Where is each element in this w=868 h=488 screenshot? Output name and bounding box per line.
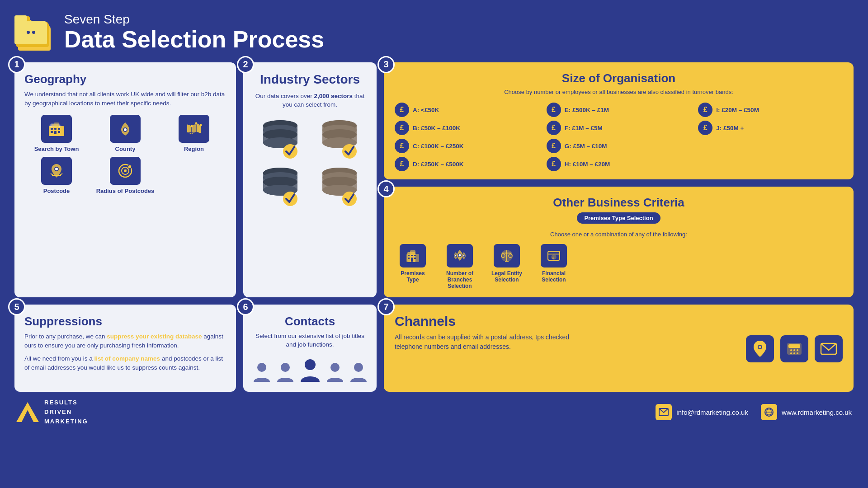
svg-point-29	[124, 169, 127, 172]
size-f: £ F: £1M – £5M	[547, 121, 691, 135]
email-channel-icon	[815, 335, 843, 362]
svg-point-78	[455, 255, 457, 257]
svg-rect-72	[411, 258, 413, 262]
other-icons: Premises Type	[395, 244, 843, 289]
person-3-highlighted	[299, 357, 321, 384]
svg-rect-8	[54, 128, 57, 130]
svg-rect-71	[414, 258, 416, 259]
pound-icon-d: £	[395, 157, 409, 171]
geography-icons: Search by Town County	[24, 115, 226, 194]
step5-badge: 5	[8, 298, 25, 315]
svg-point-47	[342, 144, 357, 159]
county-icon	[110, 115, 141, 143]
svg-rect-70	[408, 258, 410, 259]
size-c: £ C: £100K – £250K	[395, 139, 539, 153]
size-grid: £ A: <£50K £ E: £500K – £1M £ I: £20M – …	[395, 103, 843, 171]
svg-point-102	[797, 349, 798, 351]
header-subtitle: Seven Step	[64, 13, 324, 27]
financial-label: Financial Selection	[536, 270, 572, 283]
person-1	[252, 361, 272, 384]
svg-point-23	[55, 168, 58, 170]
channels-content: Channels All records can be supplied wit…	[395, 314, 737, 384]
radius-label: Radius of Postcodes	[96, 188, 155, 194]
pound-icon-a: £	[395, 103, 409, 117]
size-g: £ G: £5M – £10M	[547, 139, 691, 153]
svg-point-91	[257, 363, 266, 372]
branches-icon	[447, 244, 473, 267]
svg-point-100	[790, 349, 792, 351]
footer: RESULTS DRIVEN MARKETING info@rdmarketin…	[14, 398, 854, 426]
geo-county: County	[93, 115, 157, 152]
pound-icon-e: £	[547, 103, 561, 117]
step6-badge: 6	[237, 298, 254, 315]
person-4	[325, 361, 345, 384]
pound-icon-j: £	[698, 121, 712, 135]
legal-entity-icon	[494, 244, 520, 267]
svg-point-63	[342, 192, 357, 206]
suppressions-text2: All we need from you is a list of compan…	[24, 354, 226, 372]
size-h: £ H: £10M – £20M	[547, 157, 691, 171]
pound-icon-f: £	[547, 121, 561, 135]
bottom-row: 5 Suppressions Prior to any purchase, we…	[14, 305, 854, 392]
svg-rect-7	[51, 128, 53, 130]
svg-text:£: £	[552, 256, 555, 260]
town-label: Search by Town	[34, 145, 79, 152]
channels-description: All records can be supplied with a posta…	[395, 333, 585, 352]
geo-region: Region	[162, 115, 226, 152]
svg-point-76	[463, 255, 465, 257]
other-subtitle: Choose one or a combination of any of th…	[395, 231, 843, 238]
branches-item: Number of Branches Selection	[442, 244, 478, 289]
svg-point-105	[797, 352, 798, 354]
main-container: Seven Step Data Selection Process 1 Geog…	[0, 0, 868, 488]
svg-point-39	[283, 144, 297, 159]
geography-card: 1 Geography We understand that not all c…	[14, 62, 236, 297]
suppressions-title: Suppressions	[24, 314, 226, 328]
geography-description: We understand that not all clients work …	[24, 90, 226, 108]
footer-logo-text: RESULTS DRIVEN MARKETING	[44, 398, 88, 426]
svg-point-55	[283, 192, 297, 206]
channels-icons	[737, 314, 843, 384]
logo-icon	[14, 14, 55, 51]
financial-icon: £	[541, 244, 567, 267]
svg-rect-68	[411, 255, 413, 256]
town-icon	[41, 115, 72, 143]
contact-persons	[252, 357, 368, 384]
other-card: 4 Other Business Criteria Premises Type …	[384, 187, 854, 297]
branches-label: Number of Branches Selection	[442, 270, 478, 289]
industry-title: Industry Sectors	[260, 72, 360, 87]
pound-icon-b: £	[395, 121, 409, 135]
step2-badge: 2	[237, 56, 254, 73]
geo-radius: Radius of Postcodes	[93, 157, 157, 194]
db-icon-2	[312, 117, 367, 160]
contacts-title: Contacts	[285, 314, 335, 328]
db-icon-4	[312, 165, 367, 208]
geo-postcode: Postcode	[24, 157, 89, 194]
svg-rect-12	[54, 131, 57, 134]
suppress-highlight: suppress your existing database	[107, 333, 202, 340]
pound-icon-g: £	[547, 139, 561, 153]
svg-point-101	[793, 349, 795, 351]
county-label: County	[115, 145, 136, 152]
svg-point-21	[200, 124, 202, 127]
footer-contact: info@rdmarketing.co.uk www.rdmarketing.c…	[656, 404, 852, 420]
svg-point-74	[459, 254, 461, 257]
postcode-label: Postcode	[43, 188, 70, 194]
premises-badge: Premises Type Selection	[577, 212, 660, 224]
right-column: 3 Size of Organisation Choose by number …	[384, 62, 854, 297]
header: Seven Step Data Selection Process	[14, 13, 854, 52]
globe-footer-icon	[761, 404, 777, 420]
contacts-subtitle: Select from our extensive list of job ti…	[253, 332, 367, 349]
size-card: 3 Size of Organisation Choose by number …	[384, 62, 854, 179]
region-icon	[179, 115, 209, 143]
svg-rect-11	[58, 131, 60, 133]
suppressions-card: 5 Suppressions Prior to any purchase, we…	[14, 305, 236, 392]
footer-website: www.rdmarketing.co.uk	[761, 404, 852, 420]
person-2	[275, 361, 295, 384]
header-title: Data Selection Process	[64, 27, 324, 52]
svg-point-20	[195, 122, 198, 125]
step1-badge: 1	[8, 56, 25, 73]
svg-rect-69	[414, 255, 416, 256]
svg-rect-10	[51, 131, 53, 133]
contacts-card: 6 Contacts Select from our extensive lis…	[243, 305, 377, 392]
legal-label: Legal Entity Selection	[489, 270, 525, 283]
